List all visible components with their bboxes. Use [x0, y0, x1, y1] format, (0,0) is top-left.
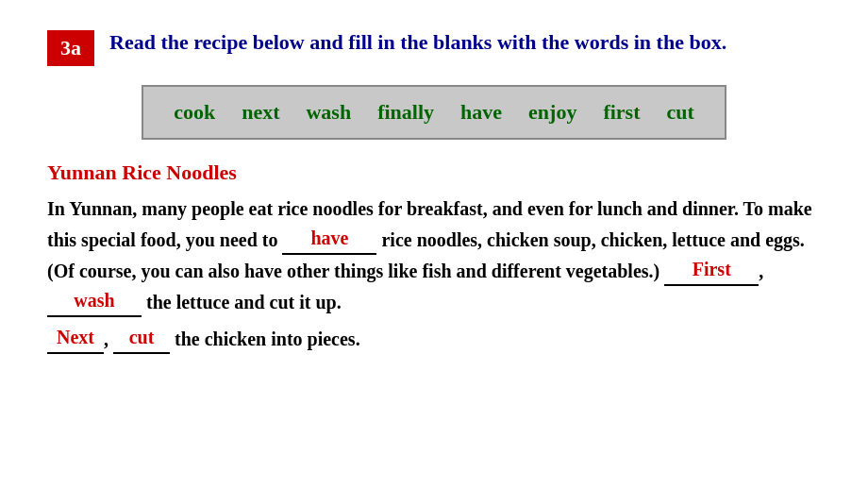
word-wash: wash: [306, 100, 351, 125]
blank-3: wash: [47, 286, 142, 317]
blank-4: Next: [47, 323, 104, 354]
word-first: first: [603, 100, 640, 125]
recipe-title: Yunnan Rice Noodles: [47, 160, 821, 185]
paragraph-2: Next, cut the chicken into pieces.: [47, 323, 821, 354]
blank-1: have: [282, 224, 376, 255]
instruction-text: Read the recipe below and fill in the bl…: [109, 28, 726, 57]
word-enjoy: enjoy: [528, 100, 576, 125]
blank-2: First: [664, 255, 759, 286]
word-next: next: [242, 100, 279, 125]
recipe-body: In Yunnan, many people eat rice noodles …: [47, 194, 821, 354]
paragraph-1: In Yunnan, many people eat rice noodles …: [47, 194, 821, 317]
word-finally: finally: [377, 100, 434, 125]
word-cut: cut: [667, 100, 694, 125]
header-section: 3a Read the recipe below and fill in the…: [47, 28, 821, 66]
word-box: cook next wash finally have enjoy first …: [142, 85, 726, 140]
word-cook: cook: [174, 100, 215, 125]
section-label: 3a: [47, 30, 94, 66]
word-have: have: [460, 100, 502, 125]
blank-5: cut: [113, 323, 170, 354]
